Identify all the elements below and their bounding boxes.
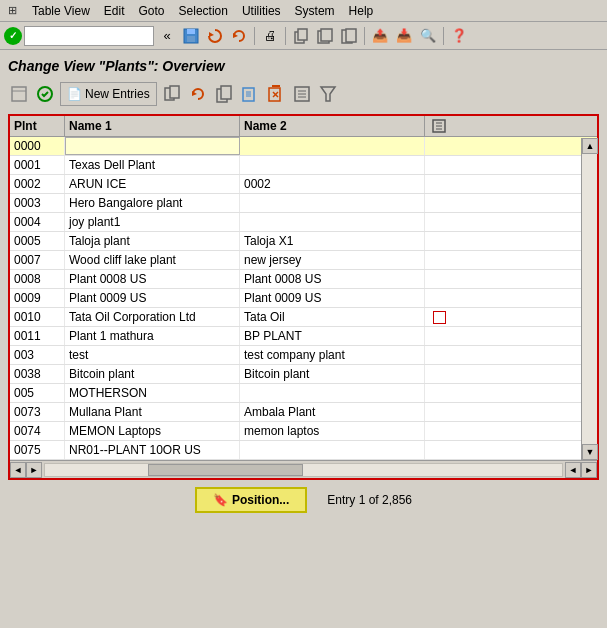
export-btn[interactable]: 📤	[369, 25, 391, 47]
cell-plnt: 0000	[10, 137, 65, 155]
table-row[interactable]: 0001Texas Dell Plant	[10, 156, 597, 175]
copy-btn-2[interactable]	[314, 25, 336, 47]
refresh-btn[interactable]	[204, 25, 226, 47]
help-btn[interactable]: ❓	[448, 25, 470, 47]
menu-table[interactable]: Table View	[26, 2, 96, 20]
view-title: Change View "Plants": Overview	[8, 58, 599, 74]
table-row[interactable]: 0008Plant 0008 USPlant 0008 US	[10, 270, 597, 289]
table-row[interactable]: 0038Bitcoin plantBitcoin plant	[10, 365, 597, 384]
cell-action	[425, 194, 453, 212]
cell-plnt: 0010	[10, 308, 65, 326]
cell-name2: Ambala Plant	[240, 403, 425, 421]
position-button[interactable]: 🔖 Position...	[195, 487, 307, 513]
address-input[interactable]	[24, 26, 154, 46]
table-row[interactable]: 0010Tata Oil Corporation LtdTata Oil	[10, 308, 597, 327]
copy-btn[interactable]	[213, 83, 235, 105]
nav-back-btn[interactable]: «	[156, 25, 178, 47]
menu-selection[interactable]: Selection	[173, 2, 234, 20]
scroll-up-btn[interactable]: ▲	[582, 138, 598, 154]
cell-name2: BP PLANT	[240, 327, 425, 345]
menu-system[interactable]: System	[289, 2, 341, 20]
menu-goto[interactable]: Goto	[133, 2, 171, 20]
cell-name1: Plant 0009 US	[65, 289, 240, 307]
position-icon: 🔖	[213, 493, 228, 507]
cell-name1: MOTHERSON	[65, 384, 240, 402]
cell-action	[425, 422, 453, 440]
find-btn[interactable]: 🔍	[417, 25, 439, 47]
cell-plnt: 0007	[10, 251, 65, 269]
undo-row-btn[interactable]	[187, 83, 209, 105]
menu-help[interactable]: Help	[343, 2, 380, 20]
cell-plnt: 0005	[10, 232, 65, 250]
select-all-btn[interactable]	[291, 83, 313, 105]
table-row[interactable]: 0000	[10, 137, 597, 156]
move-btn[interactable]	[239, 83, 261, 105]
col-header-action[interactable]	[425, 116, 453, 136]
scroll-right-small-btn[interactable]: ►	[26, 462, 42, 478]
scroll-right-btn-1[interactable]: ◄	[565, 462, 581, 478]
cell-name1: Wood cliff lake plant	[65, 251, 240, 269]
copy-btn-1[interactable]	[290, 25, 312, 47]
table-row[interactable]: 0075NR01--PLANT 10OR US	[10, 441, 597, 460]
undo-btn[interactable]	[228, 25, 250, 47]
action-icon-2[interactable]	[34, 83, 56, 105]
cell-name1: Texas Dell Plant	[65, 156, 240, 174]
horizontal-scrollbar[interactable]: ◄ ► ◄ ►	[10, 460, 597, 478]
vertical-scrollbar[interactable]: ▲ ▼	[581, 138, 597, 460]
cell-name2: new jersey	[240, 251, 425, 269]
cell-plnt: 0009	[10, 289, 65, 307]
table-row[interactable]: 0005Taloja plantTaloja X1	[10, 232, 597, 251]
filter-btn[interactable]	[317, 83, 339, 105]
table-row[interactable]: 005MOTHERSON	[10, 384, 597, 403]
svg-rect-18	[221, 86, 231, 99]
cell-plnt: 003	[10, 346, 65, 364]
table-row[interactable]: 0004joy plant1	[10, 213, 597, 232]
import-btn[interactable]: 📥	[393, 25, 415, 47]
toolbar-sep-3	[364, 27, 365, 45]
table-row[interactable]: 0011Plant 1 mathuraBP PLANT	[10, 327, 597, 346]
table-row[interactable]: 0009Plant 0009 USPlant 0009 US	[10, 289, 597, 308]
svg-marker-16	[192, 91, 197, 96]
svg-rect-15	[170, 86, 179, 98]
delete-btn[interactable]	[265, 83, 287, 105]
table-row[interactable]: 0007Wood cliff lake plantnew jersey	[10, 251, 597, 270]
cell-plnt: 0038	[10, 365, 65, 383]
cell-action	[425, 251, 453, 269]
copy-btn-3[interactable]	[338, 25, 360, 47]
cell-name1: Mullana Plant	[65, 403, 240, 421]
new-entries-btn[interactable]: 📄 New Entries	[60, 82, 157, 106]
svg-rect-10	[346, 29, 356, 42]
scroll-track-h	[44, 463, 563, 477]
print-btn[interactable]: 🖨	[259, 25, 281, 47]
menu-edit[interactable]: Edit	[98, 2, 131, 20]
cell-name2: Tata Oil	[240, 308, 425, 326]
scroll-down-btn[interactable]: ▼	[582, 444, 598, 460]
cell-action	[425, 156, 453, 174]
scroll-left-btn[interactable]: ◄	[10, 462, 26, 478]
col-header-plnt: Plnt	[10, 116, 65, 136]
cell-name1: Plant 0008 US	[65, 270, 240, 288]
cell-name2: Taloja X1	[240, 232, 425, 250]
status-bar: 🔖 Position... Entry 1 of 2,856	[8, 480, 599, 520]
table-row[interactable]: 0074MEMON Laptopsmemon laptos	[10, 422, 597, 441]
action-icon-1[interactable]	[8, 83, 30, 105]
table-row[interactable]: 0003Hero Bangalore plant	[10, 194, 597, 213]
save-btn[interactable]	[180, 25, 202, 47]
table-row[interactable]: 0002ARUN ICE0002	[10, 175, 597, 194]
svg-rect-11	[12, 87, 26, 101]
table-row[interactable]: 0073Mullana PlantAmbala Plant	[10, 403, 597, 422]
scroll-right-btn-2[interactable]: ►	[581, 462, 597, 478]
cell-name2: test company plant	[240, 346, 425, 364]
entry-info: Entry 1 of 2,856	[327, 493, 412, 507]
table-row[interactable]: 003testtest company plant	[10, 346, 597, 365]
cell-name1: Taloja plant	[65, 232, 240, 250]
table-container: Plnt Name 1 Name 2 00000001Texas Dell Pl…	[8, 114, 599, 480]
position-label: Position...	[232, 493, 289, 507]
cell-name2	[240, 213, 425, 231]
cell-action[interactable]	[425, 308, 453, 326]
menu-utilities[interactable]: Utilities	[236, 2, 287, 20]
row-checkbox[interactable]	[433, 311, 446, 324]
copy-row-btn[interactable]	[161, 83, 183, 105]
cell-plnt: 0003	[10, 194, 65, 212]
scroll-thumb-h	[148, 464, 303, 476]
